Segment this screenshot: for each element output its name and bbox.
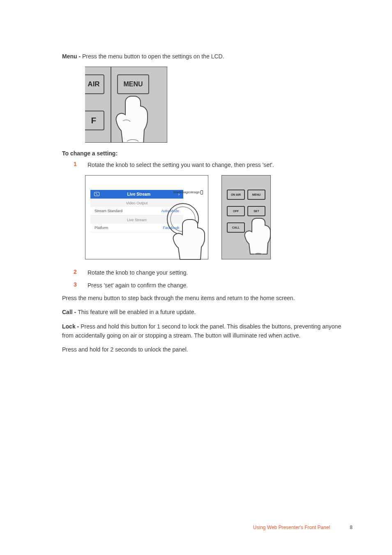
- step-number: 2: [74, 268, 88, 277]
- step-2: 2 Rotate the knob to change your setting…: [74, 268, 344, 277]
- figure-panel-menu: AIR F MENU: [85, 67, 167, 143]
- panel-hand-icon: [242, 217, 275, 262]
- panel-divider: [111, 67, 111, 142]
- figure-screen-controls: Live Stream › Video Output Stream Standa…: [85, 175, 344, 259]
- menu-button-small: MENU: [247, 190, 265, 200]
- unlock-text: Press and hold for 2 seconds to unlock t…: [62, 345, 344, 354]
- footer-section-title: Using Web Presenter's Front Panel: [253, 525, 330, 530]
- air-button: AIR: [85, 74, 104, 94]
- back-text: Press the menu button to step back throu…: [62, 294, 344, 303]
- lock-line: Lock - Press and hold this button for 1 …: [62, 322, 344, 340]
- stream-icon: [94, 192, 99, 196]
- step-1: 1 Rotate the knob to select the setting …: [74, 161, 344, 169]
- f-button: F: [85, 111, 104, 130]
- menu-text: Press the menu button to open the settin…: [82, 53, 224, 60]
- footer-page-number: 8: [350, 525, 353, 530]
- off-button: OFF: [227, 206, 245, 216]
- brand-label: Blackmagicdesign: [173, 190, 203, 194]
- step-text: Rotate the knob to change your setting.: [88, 268, 188, 277]
- set-button: SET: [247, 206, 265, 216]
- step-text: Rotate the knob to select the setting yo…: [88, 161, 274, 169]
- call-text: This feature will be enabled in a future…: [78, 309, 196, 315]
- step-number: 3: [74, 281, 88, 290]
- on-air-button: ON AIR: [227, 190, 245, 200]
- step-3: 3 Press 'set' again to confirm the chang…: [74, 281, 344, 290]
- menu-title: Live Stream: [127, 192, 150, 197]
- lock-text: Press and hold this button for 1 second …: [62, 323, 341, 339]
- step-text: Press 'set' again to confirm the change.: [88, 281, 188, 290]
- knob-hand-icon: [164, 197, 214, 262]
- call-line: Call - This feature will be enabled in a…: [62, 308, 344, 317]
- lcd-screen: Live Stream › Video Output Stream Standa…: [85, 175, 208, 259]
- hand-icon: [115, 94, 155, 143]
- brand-icon: [201, 190, 203, 194]
- call-label: Call -: [62, 309, 78, 315]
- lock-label: Lock -: [62, 323, 81, 330]
- step-number: 1: [74, 161, 88, 169]
- change-setting-heading: To change a setting:: [62, 150, 344, 157]
- page-footer: Using Web Presenter's Front Panel 8: [253, 525, 353, 530]
- menu-button: MENU: [117, 74, 149, 94]
- menu-label: Menu -: [62, 53, 82, 60]
- menu-line: Menu - Press the menu button to open the…: [62, 52, 344, 61]
- control-panel: ON AIR MENU OFF SET CALL: [221, 175, 271, 259]
